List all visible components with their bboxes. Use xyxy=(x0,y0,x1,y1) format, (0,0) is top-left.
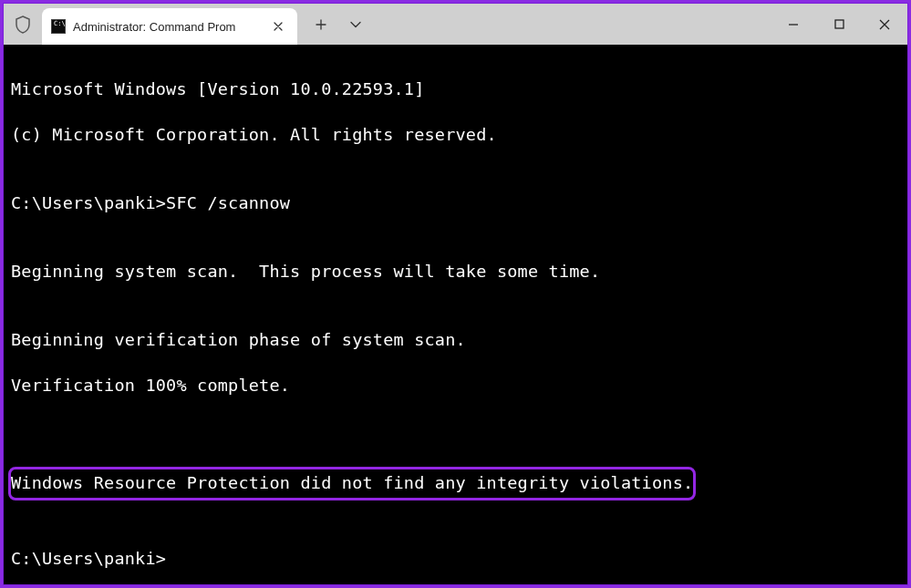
highlighted-result: Windows Resource Protection did not find… xyxy=(8,467,696,500)
tab-active[interactable]: C:\ Administrator: Command Prom xyxy=(42,8,297,45)
window-frame: C:\ Administrator: Command Prom xyxy=(3,3,908,585)
terminal-prompt: C:\Users\panki> xyxy=(11,548,900,571)
terminal-blank xyxy=(11,420,900,443)
tab-close-button[interactable] xyxy=(270,18,286,35)
terminal-line: Beginning verification phase of system s… xyxy=(11,329,900,352)
new-tab-button[interactable] xyxy=(312,15,330,34)
terminal-blank xyxy=(11,502,900,525)
titlebar[interactable]: C:\ Administrator: Command Prom xyxy=(4,4,907,45)
tab-dropdown-button[interactable] xyxy=(347,15,365,34)
minimize-button[interactable] xyxy=(771,4,816,45)
terminal-line: Microsoft Windows [Version 10.0.22593.1] xyxy=(11,78,900,101)
svg-rect-0 xyxy=(835,20,844,28)
terminal-output[interactable]: Microsoft Windows [Version 10.0.22593.1]… xyxy=(4,45,907,584)
terminal-line: (c) Microsoft Corporation. All rights re… xyxy=(11,124,900,147)
cmd-icon: C:\ xyxy=(51,19,66,34)
terminal-prompt-line: C:\Users\panki>SFC /scannow xyxy=(11,192,900,215)
terminal-line: Beginning system scan. This process will… xyxy=(11,261,900,284)
close-button[interactable] xyxy=(862,4,907,45)
terminal-line: Verification 100% complete. xyxy=(11,375,900,397)
app-shield-icon xyxy=(4,15,42,34)
maximize-button[interactable] xyxy=(816,4,862,45)
tab-title: Administrator: Command Prom xyxy=(73,20,263,34)
terminal-result-line: Windows Resource Protection did not find… xyxy=(11,473,693,492)
